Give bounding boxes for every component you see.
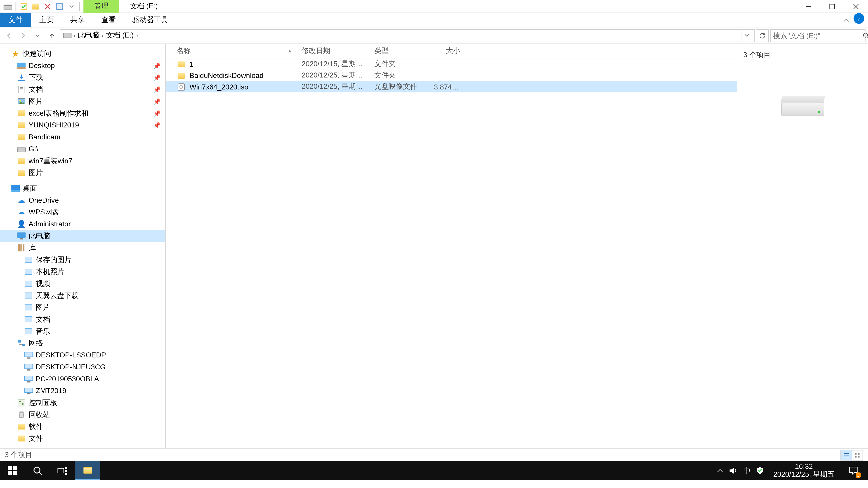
task-view-button[interactable] [50, 461, 75, 480]
tray-clock[interactable]: 16:32 2020/12/25, 星期五 [770, 463, 838, 479]
folder-icon [17, 108, 26, 118]
column-name[interactable]: 名称▲ [166, 46, 297, 56]
view-mode-toggle[interactable] [840, 450, 863, 460]
folder-icon [17, 422, 26, 431]
nav-network-item[interactable]: DESKTOP-NJEU3CG [0, 361, 165, 373]
ribbon-tab-file[interactable]: 文件 [0, 13, 31, 27]
nav-library-item[interactable]: 文档 [0, 313, 165, 325]
action-center-button[interactable]: 3 [844, 461, 863, 480]
nav-quick-item[interactable]: 图片 [0, 167, 165, 179]
nav-network[interactable]: 网络 [0, 337, 165, 349]
svg-point-38 [20, 400, 21, 402]
svg-rect-6 [17, 62, 26, 67]
ribbon-tab-drive-tools[interactable]: 驱动器工具 [124, 13, 176, 27]
nav-quick-item[interactable]: Bandicam [0, 131, 165, 143]
ribbon-tab-home[interactable]: 主页 [31, 13, 62, 27]
nav-onedrive[interactable]: ☁OneDrive [0, 194, 165, 206]
clock-time: 16:32 [795, 463, 813, 470]
breadcrumb-this-pc[interactable]: 此电脑 [76, 30, 100, 40]
nav-quick-item[interactable]: win7重装win7 [0, 155, 165, 167]
start-button[interactable] [0, 461, 25, 480]
ribbon-tab-view[interactable]: 查看 [93, 13, 124, 27]
nav-quick-item[interactable]: YUNQISHI2019📌 [0, 119, 165, 131]
nav-quick-item[interactable]: G:\ [0, 143, 165, 155]
nav-libraries[interactable]: 库 [0, 242, 165, 254]
view-details-icon[interactable] [841, 450, 852, 459]
nav-network-item[interactable]: ZMT2019 [0, 385, 165, 397]
nav-quick-item[interactable]: 文档📌 [0, 84, 165, 95]
taskbar-file-explorer[interactable] [75, 461, 100, 480]
nav-up-button[interactable] [45, 29, 58, 42]
nav-quick-item[interactable]: Desktop📌 [0, 60, 165, 72]
qat-dropdown-icon[interactable] [66, 1, 77, 11]
nav-network-item[interactable]: DESKTOP-LSSOEDP [0, 349, 165, 361]
search-input[interactable] [773, 31, 863, 39]
column-type[interactable]: 类型 [370, 46, 429, 56]
nav-this-pc[interactable]: 此电脑 [0, 230, 165, 242]
nav-library-item[interactable]: 音乐 [0, 325, 165, 337]
nav-library-item[interactable]: 视频 [0, 278, 165, 290]
search-icon[interactable] [863, 32, 868, 39]
nav-network-item[interactable]: PC-20190530OBLA [0, 373, 165, 385]
taskbar-search-button[interactable] [25, 461, 50, 480]
nav-library-item[interactable]: 天翼云盘下载 [0, 290, 165, 302]
file-row[interactable]: Win7x64_2020.iso2020/12/25, 星期五 1...光盘映像… [166, 81, 737, 92]
nav-library-item[interactable]: 本机照片 [0, 266, 165, 278]
help-button[interactable]: ? [854, 13, 864, 24]
qat-new-folder-icon[interactable] [30, 1, 41, 11]
nav-library-item[interactable]: 图片 [0, 301, 165, 313]
nav-quick-item[interactable]: 图片📌 [0, 95, 165, 107]
close-button[interactable] [844, 0, 868, 13]
qat-delete-icon[interactable] [42, 1, 53, 11]
nav-software[interactable]: 软件 [0, 421, 165, 433]
tray-ime-indicator[interactable]: 中 [743, 466, 751, 476]
nav-control-panel[interactable]: 控制面板 [0, 397, 165, 409]
navigation-pane[interactable]: ★快速访问 Desktop📌下载📌文档📌图片📌excel表格制作求和📌YUNQI… [0, 44, 166, 448]
minimize-button[interactable] [796, 0, 820, 13]
address-dropdown-icon[interactable] [741, 30, 752, 41]
nav-library-item[interactable]: 保存的图片 [0, 254, 165, 266]
nav-item-label: 下载 [29, 72, 43, 83]
file-row[interactable]: BaiduNetdiskDownload2020/12/25, 星期五 1...… [166, 70, 737, 81]
svg-rect-44 [858, 455, 860, 457]
nav-administrator[interactable]: 👤Administrator [0, 218, 165, 230]
tray-overflow-icon[interactable] [717, 468, 723, 474]
tray-volume-icon[interactable] [729, 467, 738, 474]
computer-icon [24, 362, 33, 372]
qat-app-icon[interactable] [2, 1, 13, 11]
desktop-icon [11, 184, 20, 193]
file-rows[interactable]: 12020/12/15, 星期二 1...文件夹BaiduNetdiskDown… [166, 58, 737, 448]
column-size[interactable]: 大小 [429, 46, 465, 56]
ribbon-tab-share[interactable]: 共享 [62, 13, 93, 27]
nav-quick-access[interactable]: ★快速访问 [0, 48, 165, 60]
nav-quick-item[interactable]: excel表格制作求和📌 [0, 107, 165, 119]
nav-quick-item[interactable]: 下载📌 [0, 71, 165, 84]
column-date[interactable]: 修改日期 [297, 46, 370, 56]
svg-rect-31 [24, 364, 33, 368]
view-large-icons-icon[interactable] [852, 450, 862, 459]
nav-desktop[interactable]: 桌面 [0, 182, 165, 194]
svg-rect-12 [17, 148, 26, 152]
nav-item-label: G:\ [29, 145, 38, 153]
maximize-button[interactable] [820, 0, 844, 13]
qat-properties-icon[interactable] [19, 1, 29, 11]
nav-files[interactable]: 文件 [0, 432, 165, 445]
nav-recent-dropdown[interactable] [31, 29, 44, 42]
nav-forward-button[interactable] [17, 29, 30, 42]
file-row[interactable]: 12020/12/15, 星期二 1...文件夹 [166, 58, 737, 70]
qat-rename-icon[interactable] [54, 1, 65, 11]
ribbon-expand-icon[interactable] [839, 13, 854, 27]
tray-security-icon[interactable] [756, 466, 764, 475]
refresh-button[interactable] [756, 29, 769, 42]
svg-rect-22 [25, 281, 32, 287]
search-box[interactable] [770, 29, 866, 42]
file-name: BaiduNetdiskDownload [190, 71, 264, 79]
breadcrumb-drive-e[interactable]: 文档 (E:) [105, 30, 135, 40]
breadcrumb[interactable]: › 此电脑 › 文档 (E:) › [60, 29, 755, 42]
nav-item-label: Desktop [29, 61, 55, 70]
nav-wps[interactable]: ☁WPS网盘 [0, 206, 165, 218]
nav-recycle-bin[interactable]: 回收站 [0, 409, 165, 421]
ribbon-context-tab[interactable]: 管理 [84, 0, 119, 13]
nav-back-button[interactable] [2, 29, 16, 42]
svg-point-5 [864, 33, 868, 37]
